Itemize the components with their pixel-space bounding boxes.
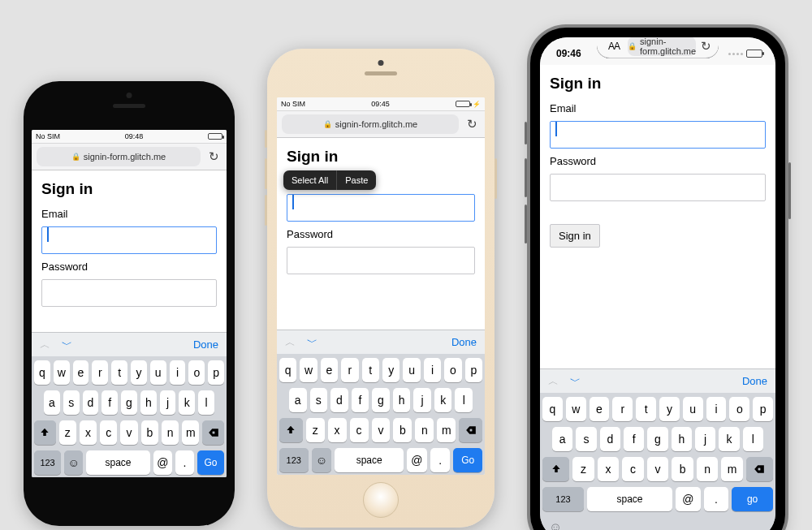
key-e[interactable]: e [590,397,610,421]
key-y[interactable]: y [382,358,400,382]
numbers-key[interactable]: 123 [34,450,61,475]
home-button[interactable] [363,482,399,518]
key-j[interactable]: j [413,388,431,412]
go-key[interactable]: Go [453,448,482,472]
key-q[interactable]: q [279,358,296,382]
keyboard-done-button[interactable]: Done [742,375,767,387]
key-q[interactable]: q [542,397,563,421]
key-r[interactable]: r [92,360,108,385]
key-m[interactable]: m [182,420,199,445]
key-w[interactable]: w [566,397,586,421]
key-a[interactable]: a [44,390,60,415]
key-o[interactable]: o [729,397,749,421]
go-key[interactable]: go [732,487,773,511]
key-x[interactable]: x [328,418,347,442]
key-b[interactable]: b [672,457,693,481]
signin-button[interactable]: Sign in [550,224,600,248]
key-u[interactable]: u [150,360,166,385]
key-c[interactable]: c [350,418,369,442]
key-p[interactable]: p [208,360,224,385]
password-field[interactable] [550,174,766,201]
key-m[interactable]: m [721,457,743,481]
refresh-button[interactable]: ↻ [464,116,480,132]
go-key[interactable]: Go [197,450,224,475]
space-key[interactable]: space [587,487,672,511]
key-t[interactable]: t [111,360,127,385]
email-field[interactable] [41,226,217,254]
key-c[interactable]: c [100,420,117,445]
key-n[interactable]: n [697,457,719,481]
key-r[interactable]: r [341,358,358,382]
numbers-key[interactable]: 123 [279,448,309,472]
key-o[interactable]: o [444,358,461,382]
numbers-key[interactable]: 123 [542,487,584,511]
key-h[interactable]: h [393,388,411,412]
key-y[interactable]: y [131,360,147,385]
key-s[interactable]: s [63,390,80,415]
key-i[interactable]: i [424,358,441,382]
paste-menu-item[interactable]: Paste [337,170,376,190]
key-a[interactable]: a [289,388,307,412]
key-h[interactable]: h [672,427,692,451]
key-n[interactable]: n [162,420,179,445]
key-i[interactable]: i [706,397,727,421]
key-d[interactable]: d [83,390,99,415]
dot-key[interactable]: . [704,487,729,511]
key-p[interactable]: p [753,397,773,421]
key-l[interactable]: l [198,390,214,415]
prev-field-arrow-icon[interactable]: ︿ [285,335,296,350]
shift-key[interactable] [34,420,56,445]
key-k[interactable]: k [179,390,195,415]
key-g[interactable]: g [647,427,667,451]
key-o[interactable]: o [188,360,205,385]
password-field[interactable] [287,247,475,274]
space-key[interactable]: space [86,450,150,475]
key-z[interactable]: z [59,420,76,445]
key-g[interactable]: g [372,388,390,412]
password-field[interactable] [41,279,217,307]
backspace-key[interactable] [746,457,773,481]
key-s[interactable]: s [310,388,328,412]
key-p[interactable]: p [465,358,482,382]
next-field-arrow-icon[interactable]: ﹀ [62,338,72,352]
refresh-button[interactable]: ↻ [205,149,222,165]
email-field[interactable] [287,194,475,222]
shift-key[interactable] [542,457,569,481]
key-f[interactable]: f [352,388,369,412]
url-field[interactable]: 🔒 signin-form.glitch.me [282,114,459,134]
select-all-menu-item[interactable]: Select All [283,170,336,190]
key-y[interactable]: y [659,397,680,421]
key-w[interactable]: w [300,358,317,382]
key-f[interactable]: f [102,390,118,415]
key-k[interactable]: k [719,427,739,451]
key-b[interactable]: b [393,418,412,442]
url-field[interactable]: 🔒 signin-form.glitch.me [628,37,696,56]
refresh-button[interactable]: ↻ [701,38,711,54]
key-u[interactable]: u [403,358,420,382]
email-field[interactable] [550,121,766,149]
key-z[interactable]: z [306,418,325,442]
key-a[interactable]: a [552,427,572,451]
key-t[interactable]: t [636,397,656,421]
prev-field-arrow-icon[interactable]: ︿ [548,374,559,389]
reader-aa-button[interactable]: AA [605,41,623,52]
key-d[interactable]: d [330,388,348,412]
at-key[interactable]: @ [153,450,172,475]
key-f[interactable]: f [624,427,644,451]
prev-field-arrow-icon[interactable]: ︿ [40,338,50,352]
key-x[interactable]: x [598,457,620,481]
backspace-key[interactable] [202,420,224,445]
key-n[interactable]: n [415,418,434,442]
key-v[interactable]: v [647,457,669,481]
key-i[interactable]: i [170,360,186,385]
key-v[interactable]: v [372,418,391,442]
key-v[interactable]: v [120,420,137,445]
key-q[interactable]: q [34,360,50,385]
backspace-key[interactable] [459,418,482,442]
key-b[interactable]: b [141,420,158,445]
key-c[interactable]: c [622,457,644,481]
space-key[interactable]: space [335,448,404,472]
shift-key[interactable] [279,418,303,442]
key-d[interactable]: d [600,427,620,451]
key-w[interactable]: w [54,360,70,385]
